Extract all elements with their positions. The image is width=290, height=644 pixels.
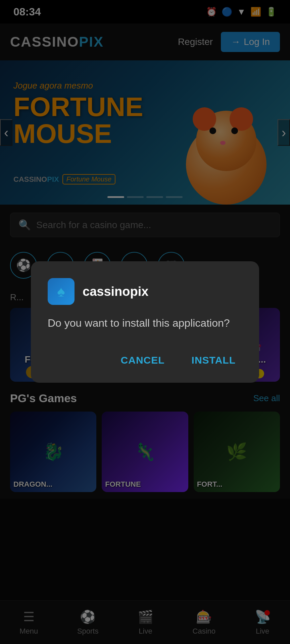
dialog-app-name: cassinopix [83, 284, 148, 299]
install-dialog: ♠ cassinopix Do you want to install this… [31, 261, 259, 383]
dialog-install-button[interactable]: INSTALL [185, 351, 242, 369]
dialog-app-icon: ♠ [48, 278, 75, 305]
spade-icon: ♠ [57, 283, 65, 300]
dialog-actions: CANCEL INSTALL [48, 351, 242, 369]
dialog-cancel-button[interactable]: CANCEL [114, 351, 172, 369]
dialog-header: ♠ cassinopix [48, 278, 242, 305]
dialog-message: Do you want to install this application? [48, 315, 242, 331]
